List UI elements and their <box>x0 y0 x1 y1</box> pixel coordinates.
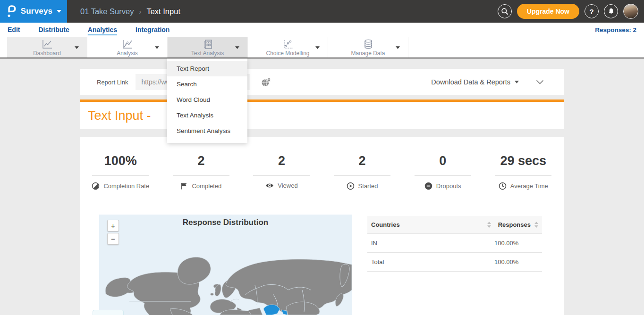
nav-item-integration[interactable]: Integration <box>136 25 169 34</box>
responses-cell: 100.00% <box>494 240 538 247</box>
questionpro-p-icon <box>6 4 17 18</box>
tab-label: Text Analysis <box>191 50 224 57</box>
world-map[interactable] <box>99 215 352 315</box>
stat-divider <box>334 175 390 176</box>
stat-label: Completed <box>192 182 221 190</box>
question-mark-icon: ? <box>589 8 593 16</box>
dashboard-card: 100% Completion Rate 2 <box>80 137 564 315</box>
stat-label: Completion Rate <box>103 182 149 190</box>
globe-lock-icon <box>261 78 271 87</box>
tab-label: Choice Modelling <box>266 50 309 57</box>
stat-label: Average Time <box>510 182 548 190</box>
menu-item-sentiment-analysis[interactable]: Sentiment Analysis <box>167 123 247 139</box>
map-attribution-partial <box>93 310 124 315</box>
brand-logo[interactable]: Surveys <box>0 0 67 23</box>
download-label: Download Data & Reports <box>431 78 510 86</box>
sort-icon[interactable] <box>534 222 538 228</box>
tab-dashboard[interactable]: Dashboard <box>7 37 87 58</box>
caret-down-icon[interactable] <box>315 46 320 49</box>
help-button[interactable]: ? <box>585 4 599 18</box>
tab-text-analysis[interactable]: Text Analysis <box>168 37 248 58</box>
stat-completion-rate: 100% Completion Rate <box>80 155 161 190</box>
collapse-panel-button[interactable] <box>536 80 544 85</box>
breadcrumb-current-page: Text Input <box>146 7 180 16</box>
tab-manage-data[interactable]: Manage Data <box>328 37 408 58</box>
menu-item-text-report[interactable]: Text Report <box>167 61 247 76</box>
stat-value: 2 <box>161 155 242 167</box>
caret-down-icon[interactable] <box>75 46 79 49</box>
tab-label: Manage Data <box>351 50 385 57</box>
table-header-row: Countries Responses <box>367 216 542 234</box>
user-avatar[interactable] <box>623 4 638 19</box>
tab-label: Analysis <box>117 50 138 57</box>
caret-down-icon[interactable] <box>155 46 159 49</box>
nav-item-edit[interactable]: Edit <box>8 25 20 34</box>
stat-value: 29 secs <box>483 155 564 167</box>
caret-down-icon[interactable] <box>235 46 239 49</box>
upgrade-now-button[interactable]: Upgrade Now <box>517 4 579 19</box>
caret-down-icon[interactable] <box>396 46 400 49</box>
product-name: Surveys <box>21 7 53 16</box>
chevron-down-icon <box>536 80 544 85</box>
scatter-chart-icon <box>282 39 294 50</box>
report-link-bar: Report Link https://ww Download Data & <box>80 69 564 95</box>
stat-divider <box>92 175 149 176</box>
toolbar-divider <box>0 58 644 58</box>
flag-icon <box>180 182 188 190</box>
stat-value: 2 <box>322 155 403 167</box>
stat-label: Started <box>358 182 378 190</box>
response-distribution-map[interactable]: Response Distribution + − <box>99 215 352 315</box>
countries-table: Countries Responses IN 100.00% Total <box>367 216 542 272</box>
top-actions: Upgrade Now ? <box>498 4 638 19</box>
stat-started: 2 Started <box>322 155 403 190</box>
stat-divider <box>173 175 229 176</box>
map-title: Response Distribution <box>99 218 352 227</box>
top-bar: Surveys 01 Take Survey › Text Input Upgr… <box>0 0 644 23</box>
menu-item-word-cloud[interactable]: Word Cloud <box>167 92 247 108</box>
stat-label: Dropouts <box>436 182 461 190</box>
play-circle-icon <box>347 182 355 190</box>
column-header-responses[interactable]: Responses <box>498 221 531 228</box>
stat-completed: 2 Completed <box>161 155 242 190</box>
line-chart-icon <box>41 39 53 50</box>
search-button[interactable] <box>498 4 512 18</box>
analytics-toolbar: Dashboard Analysis Text Analysis <box>0 37 644 58</box>
area-chart-icon <box>121 39 134 50</box>
nav-item-analytics[interactable]: Analytics <box>88 25 117 34</box>
responses-cell: 100.00% <box>494 258 538 265</box>
stat-dropouts: 0 Dropouts <box>402 155 483 190</box>
eye-icon <box>265 182 274 189</box>
survey-nav: Edit Distribute Analytics Integration Re… <box>0 23 644 37</box>
responses-count[interactable]: Responses: 2 <box>595 26 636 33</box>
stat-value: 100% <box>80 155 161 167</box>
nav-item-distribute[interactable]: Distribute <box>38 25 69 34</box>
caret-down-icon <box>515 81 519 83</box>
table-row: IN 100.00% <box>367 234 542 253</box>
app-root: Surveys 01 Take Survey › Text Input Upgr… <box>0 0 644 315</box>
stat-viewed: 2 Viewed <box>241 155 322 190</box>
tab-choice-modelling[interactable]: Choice Modelling <box>248 37 328 58</box>
page-title: Text Input - <box>88 108 151 123</box>
minus-circle-icon <box>424 182 432 190</box>
text-analysis-dropdown: Text Report Search Word Cloud Text Analy… <box>167 58 247 143</box>
menu-item-search[interactable]: Search <box>167 76 247 92</box>
stat-divider <box>495 175 551 176</box>
breadcrumb: 01 Take Survey › Text Input <box>80 7 180 16</box>
share-privacy-button[interactable] <box>261 78 271 87</box>
report-link-label: Report Link <box>97 79 128 86</box>
download-data-reports-menu[interactable]: Download Data & Reports <box>431 78 519 86</box>
sort-icon[interactable] <box>487 222 491 228</box>
tab-analysis[interactable]: Analysis <box>87 37 168 58</box>
map-zoom-out-button[interactable]: − <box>107 233 119 245</box>
chevron-down-icon <box>57 10 61 13</box>
column-header-countries[interactable]: Countries <box>371 221 400 228</box>
menu-item-text-analysis[interactable]: Text Analysis <box>167 108 247 123</box>
report-icon <box>202 39 214 50</box>
breadcrumb-survey-link[interactable]: 01 Take Survey <box>80 7 134 16</box>
map-zoom-in-button[interactable]: + <box>107 220 119 232</box>
stat-divider <box>253 175 310 176</box>
clock-icon <box>499 182 507 190</box>
stat-divider <box>415 175 471 176</box>
notifications-button[interactable] <box>604 4 618 18</box>
stat-average-time: 29 secs Average Time <box>483 155 564 190</box>
